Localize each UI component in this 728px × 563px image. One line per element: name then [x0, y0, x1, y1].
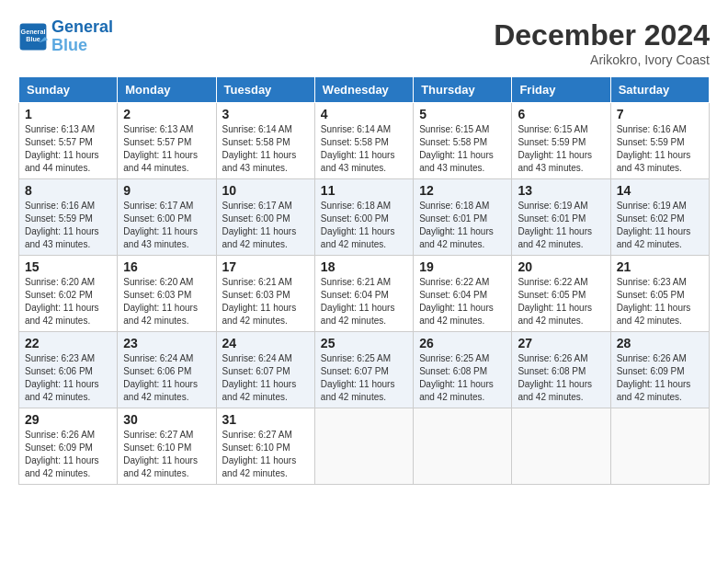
day-info: Sunrise: 6:15 AMSunset: 5:59 PMDaylight:…: [518, 123, 604, 175]
table-row: 6Sunrise: 6:15 AMSunset: 5:59 PMDaylight…: [512, 103, 610, 179]
day-info: Sunrise: 6:25 AMSunset: 6:07 PMDaylight:…: [321, 352, 407, 404]
table-row: 20Sunrise: 6:22 AMSunset: 6:05 PMDayligh…: [512, 256, 610, 332]
col-thursday: Thursday: [414, 77, 512, 103]
day-info: Sunrise: 6:15 AMSunset: 5:58 PMDaylight:…: [419, 123, 506, 175]
day-number: 14: [617, 183, 703, 198]
table-row: 12Sunrise: 6:18 AMSunset: 6:01 PMDayligh…: [414, 179, 512, 256]
calendar-week-row: 8Sunrise: 6:16 AMSunset: 5:59 PMDaylight…: [19, 179, 710, 256]
day-info: Sunrise: 6:20 AMSunset: 6:03 PMDaylight:…: [123, 276, 210, 327]
table-row: 4Sunrise: 6:14 AMSunset: 5:58 PMDaylight…: [314, 103, 413, 179]
day-info: Sunrise: 6:26 AMSunset: 6:08 PMDaylight:…: [518, 352, 604, 404]
table-row: 19Sunrise: 6:22 AMSunset: 6:04 PMDayligh…: [414, 256, 512, 332]
calendar-header-row: Sunday Monday Tuesday Wednesday Thursday…: [19, 77, 710, 103]
table-row: 26Sunrise: 6:25 AMSunset: 6:08 PMDayligh…: [414, 332, 512, 408]
col-wednesday: Wednesday: [314, 77, 413, 103]
table-row: 5Sunrise: 6:15 AMSunset: 5:58 PMDaylight…: [414, 103, 512, 179]
table-row: 27Sunrise: 6:26 AMSunset: 6:08 PMDayligh…: [512, 332, 610, 408]
table-row: 8Sunrise: 6:16 AMSunset: 5:59 PMDaylight…: [19, 179, 118, 256]
table-row: 31Sunrise: 6:27 AMSunset: 6:10 PMDayligh…: [216, 408, 314, 485]
table-row: [610, 408, 709, 485]
day-info: Sunrise: 6:22 AMSunset: 6:04 PMDaylight:…: [419, 276, 506, 327]
table-row: 2Sunrise: 6:13 AMSunset: 5:57 PMDaylight…: [118, 103, 216, 179]
day-info: Sunrise: 6:17 AMSunset: 6:00 PMDaylight:…: [222, 200, 309, 251]
col-tuesday: Tuesday: [216, 77, 314, 103]
col-friday: Friday: [512, 77, 610, 103]
day-number: 20: [518, 259, 604, 274]
table-row: 16Sunrise: 6:20 AMSunset: 6:03 PMDayligh…: [118, 256, 216, 332]
day-info: Sunrise: 6:23 AMSunset: 6:05 PMDaylight:…: [617, 276, 703, 327]
table-row: 29Sunrise: 6:26 AMSunset: 6:09 PMDayligh…: [19, 408, 118, 485]
day-number: 21: [617, 259, 703, 274]
day-info: Sunrise: 6:24 AMSunset: 6:07 PMDaylight:…: [222, 352, 309, 404]
day-info: Sunrise: 6:26 AMSunset: 6:09 PMDaylight:…: [617, 352, 703, 404]
calendar-week-row: 22Sunrise: 6:23 AMSunset: 6:06 PMDayligh…: [19, 332, 710, 408]
table-row: 17Sunrise: 6:21 AMSunset: 6:03 PMDayligh…: [216, 256, 314, 332]
table-row: [314, 408, 413, 485]
calendar-week-row: 1Sunrise: 6:13 AMSunset: 5:57 PMDaylight…: [19, 103, 710, 179]
day-number: 3: [222, 107, 309, 121]
day-info: Sunrise: 6:22 AMSunset: 6:05 PMDaylight:…: [518, 276, 604, 327]
day-info: Sunrise: 6:27 AMSunset: 6:10 PMDaylight:…: [123, 429, 210, 480]
day-number: 12: [419, 183, 506, 198]
day-number: 8: [25, 183, 111, 198]
table-row: 30Sunrise: 6:27 AMSunset: 6:10 PMDayligh…: [118, 408, 216, 485]
day-info: Sunrise: 6:20 AMSunset: 6:02 PMDaylight:…: [25, 276, 111, 327]
title-area: December 2024 Arikokro, Ivory Coast: [494, 18, 710, 67]
day-number: 26: [419, 336, 506, 350]
day-number: 17: [222, 259, 309, 274]
table-row: [414, 408, 512, 485]
day-number: 16: [123, 259, 210, 274]
day-number: 6: [518, 107, 604, 121]
table-row: 25Sunrise: 6:25 AMSunset: 6:07 PMDayligh…: [314, 332, 413, 408]
day-info: Sunrise: 6:17 AMSunset: 6:00 PMDaylight:…: [123, 200, 210, 251]
table-row: 24Sunrise: 6:24 AMSunset: 6:07 PMDayligh…: [216, 332, 314, 408]
table-row: 15Sunrise: 6:20 AMSunset: 6:02 PMDayligh…: [19, 256, 118, 332]
day-number: 19: [419, 259, 506, 274]
day-info: Sunrise: 6:25 AMSunset: 6:08 PMDaylight:…: [419, 352, 506, 404]
col-sunday: Sunday: [19, 77, 118, 103]
day-info: Sunrise: 6:16 AMSunset: 5:59 PMDaylight:…: [617, 123, 703, 175]
table-row: 1Sunrise: 6:13 AMSunset: 5:57 PMDaylight…: [19, 103, 118, 179]
day-info: Sunrise: 6:26 AMSunset: 6:09 PMDaylight:…: [25, 429, 111, 480]
day-info: Sunrise: 6:23 AMSunset: 6:06 PMDaylight:…: [25, 352, 111, 404]
svg-text:Blue: Blue: [26, 35, 40, 43]
day-info: Sunrise: 6:13 AMSunset: 5:57 PMDaylight:…: [25, 123, 111, 175]
day-number: 23: [123, 336, 210, 350]
day-number: 25: [321, 336, 407, 350]
day-info: Sunrise: 6:21 AMSunset: 6:03 PMDaylight:…: [222, 276, 309, 327]
month-title: December 2024: [494, 18, 710, 52]
logo: General Blue GeneralBlue: [18, 18, 113, 55]
day-number: 31: [222, 412, 309, 427]
day-number: 11: [321, 183, 407, 198]
table-row: [512, 408, 610, 485]
calendar-week-row: 15Sunrise: 6:20 AMSunset: 6:02 PMDayligh…: [19, 256, 710, 332]
day-number: 22: [25, 336, 111, 350]
table-row: 7Sunrise: 6:16 AMSunset: 5:59 PMDaylight…: [610, 103, 709, 179]
day-number: 15: [25, 259, 111, 274]
calendar-table: Sunday Monday Tuesday Wednesday Thursday…: [18, 76, 710, 485]
day-number: 30: [123, 412, 210, 427]
day-info: Sunrise: 6:19 AMSunset: 6:01 PMDaylight:…: [518, 200, 604, 251]
day-info: Sunrise: 6:14 AMSunset: 5:58 PMDaylight:…: [222, 123, 309, 175]
page-header: General Blue GeneralBlue December 2024 A…: [18, 18, 710, 67]
day-number: 4: [321, 107, 407, 121]
day-number: 29: [25, 412, 111, 427]
table-row: 23Sunrise: 6:24 AMSunset: 6:06 PMDayligh…: [118, 332, 216, 408]
day-number: 10: [222, 183, 309, 198]
table-row: 28Sunrise: 6:26 AMSunset: 6:09 PMDayligh…: [610, 332, 709, 408]
day-info: Sunrise: 6:19 AMSunset: 6:02 PMDaylight:…: [617, 200, 703, 251]
day-number: 27: [518, 336, 604, 350]
table-row: 14Sunrise: 6:19 AMSunset: 6:02 PMDayligh…: [610, 179, 709, 256]
col-saturday: Saturday: [610, 77, 709, 103]
day-number: 28: [617, 336, 703, 350]
day-number: 2: [123, 107, 210, 121]
day-number: 1: [25, 107, 111, 121]
day-number: 5: [419, 107, 506, 121]
table-row: 3Sunrise: 6:14 AMSunset: 5:58 PMDaylight…: [216, 103, 314, 179]
day-number: 9: [123, 183, 210, 198]
logo-icon: General Blue: [18, 22, 48, 52]
day-number: 18: [321, 259, 407, 274]
table-row: 11Sunrise: 6:18 AMSunset: 6:00 PMDayligh…: [314, 179, 413, 256]
day-info: Sunrise: 6:16 AMSunset: 5:59 PMDaylight:…: [25, 200, 111, 251]
calendar-week-row: 29Sunrise: 6:26 AMSunset: 6:09 PMDayligh…: [19, 408, 710, 485]
